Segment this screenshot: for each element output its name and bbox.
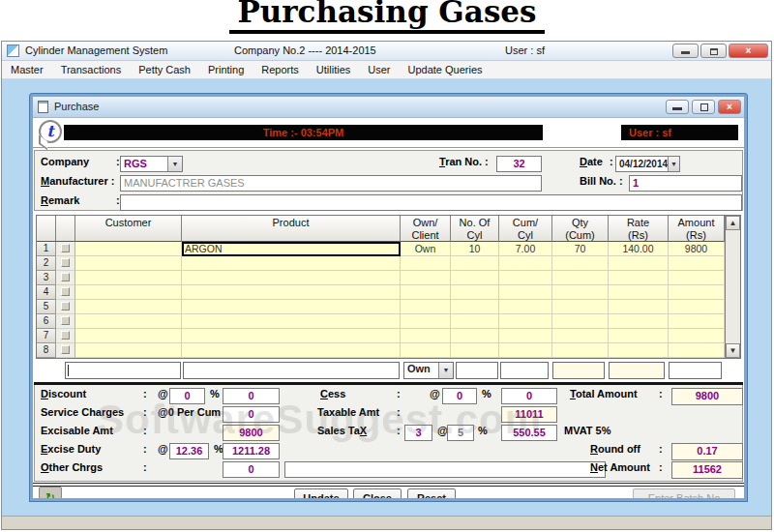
maximize-button[interactable] (700, 44, 727, 58)
scroll-up-icon[interactable]: ▲ (726, 216, 740, 230)
cell-customer[interactable] (75, 285, 182, 300)
cell-own[interactable] (401, 285, 451, 300)
entry-qty-input[interactable] (552, 362, 605, 379)
cell-amount[interactable] (669, 314, 725, 329)
cell-own[interactable] (401, 256, 451, 271)
menu-item-master[interactable]: Master (2, 61, 52, 78)
cell-own[interactable] (401, 271, 451, 285)
reset-button[interactable]: Reset (407, 488, 456, 498)
row-handle[interactable] (56, 285, 75, 300)
cell-cyl[interactable] (451, 314, 499, 329)
menu-item-user[interactable]: User (359, 61, 399, 78)
chevron-down-icon[interactable]: ▼ (668, 157, 679, 171)
cell-cum[interactable] (499, 343, 552, 358)
cell-cum[interactable] (499, 314, 552, 329)
row-handle[interactable] (56, 300, 75, 314)
chevron-down-icon[interactable]: ▼ (167, 157, 182, 171)
cell-amount[interactable] (669, 329, 725, 343)
cell-customer[interactable] (75, 343, 182, 358)
row-handle[interactable] (56, 329, 75, 343)
row-handle[interactable] (56, 256, 75, 271)
row-handle[interactable] (56, 314, 75, 329)
cell-cyl[interactable] (451, 285, 499, 300)
cell-cyl[interactable] (451, 300, 499, 314)
discount-pct-field[interactable]: 0 (169, 388, 205, 404)
cell-cyl[interactable] (451, 271, 499, 285)
minimize-button[interactable] (666, 100, 689, 114)
cell-own[interactable] (401, 343, 451, 358)
sales-tax-count-field[interactable]: 3 (404, 425, 432, 441)
menu-item-reports[interactable]: Reports (253, 61, 308, 78)
recycle-bin-icon[interactable]: ↻ (39, 487, 62, 498)
chevron-down-icon[interactable]: ▼ (438, 363, 453, 378)
cell-qty[interactable] (552, 314, 609, 329)
cell-rate[interactable] (609, 329, 669, 343)
cell-cum[interactable] (499, 271, 552, 285)
cell-rate[interactable] (609, 256, 669, 271)
cell-rate[interactable] (609, 314, 669, 329)
discount-value-field[interactable]: 0 (223, 388, 280, 404)
entry-cum-input[interactable] (500, 362, 549, 379)
cell-own[interactable] (401, 300, 451, 314)
cell-rate[interactable] (609, 343, 669, 358)
minimize-button[interactable] (672, 44, 699, 58)
remark-field[interactable] (120, 194, 742, 211)
entry-amount-input[interactable] (669, 362, 722, 379)
bill-no-field[interactable]: 1 (629, 175, 742, 192)
cell-cyl[interactable] (451, 343, 499, 358)
cell-product[interactable] (182, 271, 401, 285)
close-button[interactable]: × (718, 100, 741, 114)
menu-item-utilities[interactable]: Utilities (308, 61, 359, 78)
menu-item-update-queries[interactable]: Update Queries (400, 61, 491, 78)
menu-item-transactions[interactable]: Transactions (52, 61, 131, 78)
cell-cum[interactable] (499, 285, 552, 300)
cell-cyl[interactable] (451, 256, 499, 271)
cell-product[interactable] (182, 300, 401, 314)
cell-product[interactable] (182, 285, 401, 300)
maximize-button[interactable] (692, 100, 715, 114)
manufacturer-field[interactable]: MANUFACTRER GASES (120, 175, 542, 192)
cell-product[interactable] (182, 256, 401, 271)
cell-rate[interactable] (609, 285, 669, 300)
cell-cyl[interactable] (451, 329, 499, 343)
entry-own-select[interactable]: Own ▼ (403, 362, 454, 379)
entry-rate-input[interactable] (609, 362, 665, 379)
cell-own[interactable]: Own (401, 242, 451, 256)
other-chrgs-desc-field[interactable] (284, 461, 606, 478)
close-button[interactable]: Close (353, 488, 402, 498)
cell-own[interactable] (401, 329, 451, 343)
close-button[interactable]: × (729, 44, 768, 58)
cell-cyl[interactable]: 10 (451, 242, 499, 256)
cell-customer[interactable] (75, 242, 182, 256)
cell-qty[interactable] (552, 271, 609, 285)
cell-rate[interactable]: 140.00 (609, 242, 669, 256)
cell-amount[interactable] (669, 300, 725, 314)
vertical-scrollbar[interactable]: ▲ ▼ (725, 216, 740, 358)
cell-customer[interactable] (75, 300, 182, 314)
cell-customer[interactable] (75, 329, 182, 343)
cell-amount[interactable] (669, 271, 725, 285)
cell-cum[interactable] (499, 329, 552, 343)
excise-pct-field[interactable]: 12.36 (169, 443, 209, 459)
cell-rate[interactable] (609, 271, 669, 285)
cell-product[interactable] (182, 329, 401, 343)
cell-cum[interactable]: 7.00 (499, 242, 552, 256)
cell-qty[interactable] (552, 300, 609, 314)
entry-customer-input[interactable] (65, 362, 181, 379)
cell-qty[interactable] (552, 343, 609, 358)
sales-tax-pct-field[interactable]: 5 (447, 425, 474, 441)
cell-rate[interactable] (609, 300, 669, 314)
menu-item-printing[interactable]: Printing (199, 61, 253, 78)
tran-no-field[interactable]: 32 (496, 156, 542, 172)
menu-item-petty-cash[interactable]: Petty Cash (130, 61, 199, 78)
cell-qty[interactable] (552, 285, 609, 300)
entry-cyl-input[interactable] (456, 362, 498, 379)
cell-product[interactable] (182, 314, 401, 329)
other-chrgs-field[interactable]: 0 (223, 461, 280, 478)
cell-customer[interactable] (75, 271, 182, 285)
update-button[interactable]: Update (294, 488, 348, 498)
cell-product[interactable]: ARGON (182, 242, 401, 256)
cell-qty[interactable]: 70 (552, 242, 609, 256)
row-handle[interactable] (56, 343, 75, 358)
company-select[interactable]: RGS ▼ (120, 156, 183, 172)
